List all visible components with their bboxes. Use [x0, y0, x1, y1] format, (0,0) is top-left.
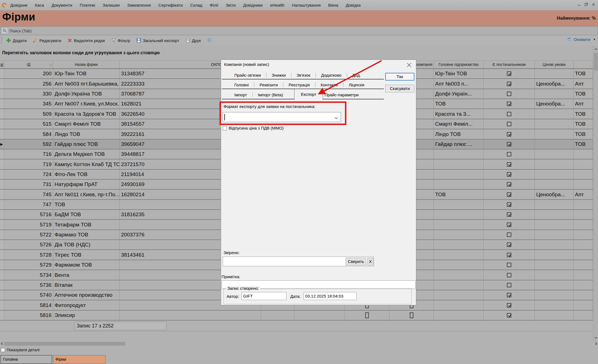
menu-item[interactable]: Сертифікати [158, 3, 183, 7]
scroll-left-icon[interactable] [1, 342, 3, 346]
supplier-checkbox[interactable] [507, 92, 511, 96]
supplier-checkbox[interactable] [507, 273, 511, 277]
supplier-checkbox[interactable] [507, 182, 511, 187]
export-button[interactable]: Загальний експорт [136, 38, 179, 43]
supplier-checkbox[interactable] [507, 71, 511, 76]
supplier-checkbox[interactable] [507, 283, 511, 287]
delete-button[interactable]: Видалити рядок [67, 38, 105, 43]
supplier-checkbox[interactable] [507, 202, 511, 207]
restore-icon[interactable] [584, 2, 589, 7]
menu-item[interactable]: Вікна [328, 3, 338, 7]
dialog-tab[interactable]: Контакти [315, 82, 343, 87]
filter-button[interactable]: Фільтр [111, 38, 130, 43]
supplier-checkbox[interactable] [507, 132, 511, 136]
supplier-checkbox[interactable] [507, 142, 511, 146]
menu-item[interactable]: Звіти [226, 3, 236, 7]
column-header-parent[interactable]: Головне підприємство [434, 61, 484, 68]
group-by-bar[interactable]: Перетягніть заголовок колонки сюди для у… [0, 46, 598, 60]
dialog-tab[interactable]: Прайс-зв'язки [229, 73, 266, 78]
supplier-checkbox[interactable] [507, 212, 511, 217]
menu-item[interactable]: Налаштування [292, 3, 321, 7]
refresh-dropdown-icon[interactable]: ▼ [593, 38, 596, 41]
empty-checkbox[interactable] [410, 313, 413, 318]
menu-item[interactable]: Залишки [103, 3, 120, 7]
grid-menu-icon[interactable] [1, 61, 4, 68]
scroll-up-icon[interactable] [594, 47, 597, 51]
vertical-scroll-thumb[interactable] [594, 53, 598, 71]
supplier-checkbox[interactable] [507, 152, 511, 156]
menu-item[interactable]: Довідники [243, 3, 263, 7]
menu-item[interactable]: Замовлення [127, 3, 151, 7]
supplier-checkbox[interactable] [507, 112, 511, 116]
ok-button[interactable]: Так [385, 73, 414, 81]
menu-item[interactable]: eHealth [270, 3, 284, 7]
supplier-checkbox[interactable] [507, 303, 511, 308]
horizontal-scrollbar[interactable] [0, 341, 598, 346]
supplier-checkbox[interactable] [507, 263, 511, 267]
column-header-id[interactable]: ІД△ [4, 61, 53, 68]
dialog-tab[interactable]: Додатково [316, 73, 347, 78]
dialog-tab[interactable]: Головні [229, 82, 254, 87]
menu-item[interactable]: Документи [52, 3, 72, 7]
dialog-tab[interactable]: Імпорт [229, 92, 252, 97]
supplier-checkbox[interactable] [507, 293, 511, 297]
export-format-combobox[interactable] [223, 112, 341, 122]
tab-eksport-active[interactable]: Експорт [294, 89, 323, 100]
verify-button[interactable]: Сверить [346, 258, 366, 265]
empty-checkbox[interactable] [365, 313, 369, 318]
horizontal-scroll-thumb[interactable] [4, 342, 125, 346]
plus-button[interactable]: Додати [6, 38, 27, 43]
supplier-checkbox[interactable] [507, 253, 511, 257]
scroll-down-icon[interactable] [594, 336, 597, 340]
search-input[interactable] [9, 27, 594, 35]
menu-item[interactable]: Склад [190, 3, 202, 7]
tab-holovna[interactable]: Головна [1, 355, 52, 364]
table-row[interactable]: 5816Эликсир [0, 311, 593, 321]
column-header-last[interactable] [574, 61, 593, 68]
vertical-scrollbar[interactable] [593, 46, 598, 341]
dialog-close-icon[interactable] [407, 63, 412, 68]
minimize-icon[interactable] [577, 2, 581, 7]
menu-item[interactable]: Каса [35, 3, 44, 7]
supplier-checkbox[interactable] [507, 162, 511, 167]
supplier-checkbox[interactable] [507, 122, 511, 126]
toolbar-grip[interactable] [1, 37, 2, 44]
supplier-checkbox[interactable] [507, 242, 511, 247]
columns-button[interactable] [207, 38, 212, 43]
dialog-tab[interactable]: Імпорт (Beta) [253, 92, 288, 97]
supplier-checkbox[interactable] [507, 233, 511, 237]
refresh-button[interactable]: Оновити ▼ [567, 37, 596, 42]
column-header-supplier[interactable]: Є постачальником [484, 61, 535, 68]
menu-item[interactable]: Платежі [80, 3, 95, 7]
dialog-tab[interactable]: Ліцензія [343, 82, 370, 87]
supplier-checkbox[interactable] [507, 192, 511, 197]
date-field[interactable]: 03.12.2025 18:04:03 [304, 292, 357, 300]
menu-item[interactable]: Довідник [10, 3, 27, 7]
supplier-checkbox[interactable] [507, 102, 511, 106]
show-details-checkbox[interactable] [1, 348, 5, 352]
supplier-checkbox[interactable] [507, 223, 511, 227]
supplier-checkbox[interactable] [507, 82, 511, 86]
supplier-checkbox[interactable] [507, 313, 511, 317]
dialog-tab[interactable]: Дод. [347, 73, 366, 78]
menu-item[interactable]: Філії [210, 3, 218, 7]
pencil-button[interactable]: Редагувати [33, 38, 61, 43]
supplier-checkbox[interactable] [507, 172, 511, 177]
chevron-down-icon[interactable] [334, 116, 338, 120]
vat-checkbox[interactable] [223, 126, 227, 130]
dialog-tab[interactable]: Зв'язок [291, 73, 316, 78]
scroll-right-icon[interactable] [595, 342, 597, 346]
tab-firmy[interactable]: Фірми [53, 355, 106, 364]
column-header-price[interactable]: Цінові умови [535, 61, 574, 68]
dialog-tab[interactable]: Знижки [266, 73, 291, 78]
dialog-tab[interactable]: Реквізити [254, 82, 283, 87]
column-header-name[interactable]: Назва фірми [53, 61, 120, 68]
cancel-button[interactable]: Скасувати [385, 85, 414, 92]
clear-verify-button[interactable]: X [367, 258, 373, 265]
show-details-toggle[interactable]: Показувати деталі [1, 348, 40, 352]
dialog-tab[interactable]: Прайс-параметри [319, 92, 364, 97]
menu-item[interactable]: Довідка [346, 3, 361, 7]
print-button[interactable]: Друк [185, 38, 201, 43]
close-icon[interactable] [591, 2, 596, 7]
dialog-tab[interactable]: Реєстрація [283, 82, 315, 87]
